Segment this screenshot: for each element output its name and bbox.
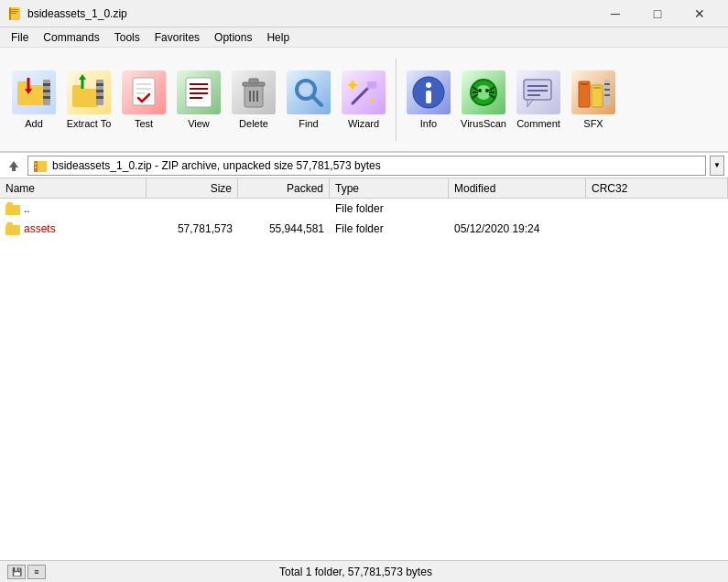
test-label: Test [135,118,153,129]
svg-rect-55 [527,85,548,87]
svg-rect-3 [11,13,16,14]
svg-marker-67 [9,161,18,167]
extract-button[interactable]: Extract To [62,51,115,147]
svg-rect-68 [12,167,16,171]
svg-rect-29 [190,97,202,99]
menu-bar: FileCommandsToolsFavoritesOptionsHelp [0,27,728,48]
svg-point-42 [426,82,431,88]
svg-rect-43 [426,91,431,103]
svg-rect-6 [17,81,28,87]
svg-rect-22 [136,83,151,85]
test-button[interactable]: Test [117,51,170,147]
file-type: File folder [330,199,449,219]
svg-marker-58 [527,100,533,107]
sfx-button[interactable]: SFX [567,51,620,147]
file-modified [449,199,586,219]
svg-rect-71 [35,163,37,165]
find-button[interactable]: Find [282,51,335,147]
column-name[interactable]: Name [0,178,147,198]
address-field[interactable]: bsideassets_1_0.zip - ZIP archive, unpac… [27,156,706,176]
file-area: Name Size Packed Type Modified CRC32 ..F… [0,178,728,560]
extract-icon [67,70,111,114]
svg-point-52 [478,89,482,92]
menu-item-tools[interactable]: Tools [107,29,147,46]
window-controls: ─ □ ✕ [594,0,721,27]
menu-item-options[interactable]: Options [207,29,259,46]
svg-rect-1 [11,9,18,10]
file-type: File folder [330,219,449,239]
virusscan-button[interactable]: VirusScan [457,51,510,147]
svg-rect-12 [43,96,50,99]
view-button[interactable]: View [172,51,225,147]
menu-item-commands[interactable]: Commands [36,29,106,46]
table-row[interactable]: ..File folder [0,199,728,219]
address-text: bsideassets_1_0.zip - ZIP archive, unpac… [52,159,381,172]
info-label: Info [420,118,437,129]
menu-item-help[interactable]: Help [259,29,297,46]
add-button[interactable]: Add [7,51,60,147]
column-type[interactable]: Type [330,178,449,198]
svg-rect-2 [11,11,18,12]
column-size[interactable]: Size [147,178,238,198]
svg-rect-32 [249,79,258,83]
svg-line-37 [312,96,321,105]
column-crc32[interactable]: CRC32 [586,178,728,198]
column-packed[interactable]: Packed [238,178,330,198]
sfx-icon [571,70,615,114]
svg-marker-20 [79,74,86,80]
file-list: ..File folderassets57,781,57355,944,581F… [0,199,728,560]
delete-button[interactable]: Delete [227,51,280,147]
file-name-cell: .. [0,199,147,219]
address-bar: bsideassets_1_0.zip - ZIP archive, unpac… [0,153,728,178]
wizard-button[interactable]: Wizard [337,51,390,147]
menu-item-file[interactable]: File [4,29,36,46]
status-bar: 💾 ≡ Total 1 folder, 57,781,573 bytes [0,560,728,582]
info-button[interactable]: Info [402,51,455,147]
view-icon [177,70,221,114]
column-modified[interactable]: Modified [449,178,586,198]
svg-rect-23 [136,88,151,90]
folder-icon [5,202,20,215]
title-bar: bsideassets_1_0.zip ─ □ ✕ [0,0,728,27]
svg-rect-26 [190,83,208,85]
file-name: assets [24,222,56,235]
svg-rect-13 [72,89,98,107]
svg-rect-5 [17,85,43,105]
comment-label: Comment [516,118,560,129]
close-button[interactable]: ✕ [679,0,721,27]
svg-rect-59 [579,81,590,107]
app-icon [7,6,22,21]
svg-rect-24 [136,92,146,94]
file-modified: 05/12/2020 19:24 [449,219,586,239]
virusscan-icon [462,70,505,114]
file-name: .. [24,202,30,215]
drive-icon: 💾 [7,565,26,579]
find-label: Find [299,118,318,129]
title-bar-left: bsideassets_1_0.zip [7,6,127,21]
delete-label: Delete [239,118,268,129]
svg-rect-10 [43,83,50,86]
virusscan-label: VirusScan [461,118,506,129]
svg-rect-56 [527,90,548,92]
list-icon: ≡ [27,565,46,579]
minimize-button[interactable]: ─ [594,0,636,27]
svg-rect-40 [367,81,376,89]
svg-rect-11 [43,90,50,92]
navigate-up-button[interactable] [4,156,24,176]
address-dropdown-button[interactable]: ▼ [710,156,724,176]
svg-rect-57 [527,94,540,96]
svg-rect-66 [604,94,610,96]
file-size [147,199,238,219]
file-name-cell: assets [0,219,147,239]
svg-rect-61 [581,83,588,85]
maximize-button[interactable]: □ [636,0,679,27]
file-packed [238,199,330,219]
file-packed: 55,944,581 [238,219,330,239]
menu-item-favorites[interactable]: Favorites [147,29,207,46]
svg-rect-72 [35,167,37,168]
extract-label: Extract To [67,118,112,129]
folder-icon [5,222,20,235]
comment-button[interactable]: Comment [512,51,565,147]
table-row[interactable]: assets57,781,57355,944,581File folder05/… [0,219,728,239]
status-left: 💾 ≡ [7,565,46,579]
